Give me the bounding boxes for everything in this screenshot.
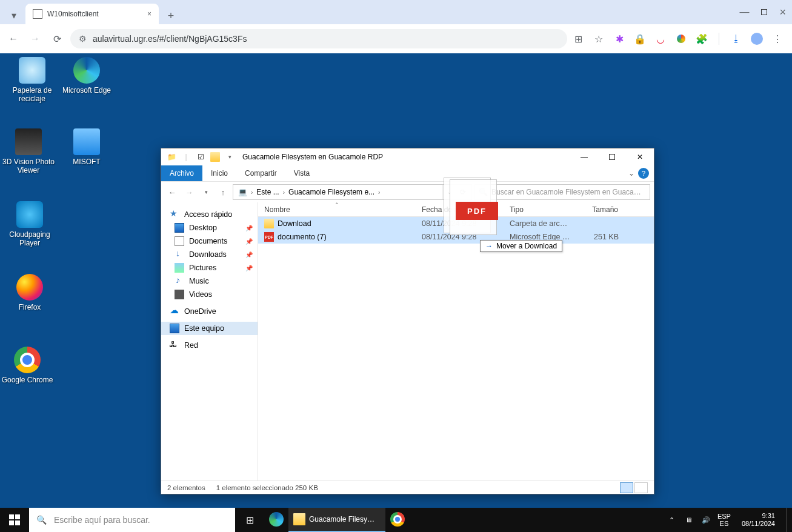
pocket-icon[interactable]: ◡ xyxy=(654,33,667,45)
sidebar-music[interactable]: Music xyxy=(161,274,258,288)
sidebar-downloads[interactable]: Downloads📌 xyxy=(161,248,258,261)
explorer-history-dropdown[interactable]: ▾ xyxy=(199,185,213,199)
drag-tooltip: → Mover a Download xyxy=(480,240,562,252)
column-header-name[interactable]: Nombre⌃ xyxy=(258,202,416,216)
sidebar-documents[interactable]: Documents📌 xyxy=(161,234,258,248)
column-header-type[interactable]: Tipo xyxy=(504,202,576,216)
browser-tab[interactable]: W10misoftclient × xyxy=(25,4,159,24)
explorer-titlebar[interactable]: 📁 | ☑ ▾ Guacamole Filesystem en Guacamol… xyxy=(161,148,654,165)
extensions-puzzle-icon[interactable]: ✱ xyxy=(613,33,625,45)
pdf-file-icon: PDF xyxy=(264,232,274,242)
view-large-icons-button[interactable] xyxy=(634,482,648,493)
column-headers: Nombre⌃ Fecha de modificación Tipo Tamañ… xyxy=(258,202,654,217)
extensions-icon[interactable]: 🧩 xyxy=(696,33,708,45)
desktop-icon-edge[interactable]: Microsoft Edge xyxy=(61,57,113,95)
ribbon-tab-archivo[interactable]: Archivo xyxy=(161,165,202,181)
start-button[interactable] xyxy=(0,508,29,532)
breadcrumb-seg-1[interactable]: Este ... xyxy=(254,188,281,196)
install-app-icon[interactable]: ⊞ xyxy=(572,33,584,45)
task-view-button[interactable]: ⊞ xyxy=(235,508,264,532)
sidebar-desktop[interactable]: Desktop📌 xyxy=(161,221,258,234)
qat-folder-icon[interactable] xyxy=(208,150,222,164)
breadcrumb-refresh-button[interactable]: ⟳ xyxy=(456,185,469,199)
qat-dropdown-icon[interactable]: ▾ xyxy=(223,150,236,164)
column-header-size[interactable]: Tamaño xyxy=(576,202,625,216)
sidebar-onedrive[interactable]: OneDrive xyxy=(161,305,258,318)
profile-avatar-icon[interactable] xyxy=(751,33,763,45)
nav-reload-button[interactable]: ⟳ xyxy=(48,30,65,47)
tray-volume-icon[interactable]: 🔊 xyxy=(700,516,711,524)
column-header-date[interactable]: Fecha de modificación xyxy=(416,202,504,216)
chevron-right-icon[interactable]: › xyxy=(378,189,380,196)
edge-icon xyxy=(73,57,100,84)
explorer-back-button[interactable]: ← xyxy=(165,185,179,199)
tab-strip: ▾ W10misoftclient × + — × xyxy=(0,0,792,24)
explorer-up-button[interactable]: ↑ xyxy=(216,185,230,199)
sidebar-this-pc[interactable]: Este equipo xyxy=(161,322,258,335)
desktop-icon-firefox[interactable]: Firefox xyxy=(4,274,56,311)
explorer-maximize-button[interactable] xyxy=(598,148,626,165)
desktop-icon-recycle-bin[interactable]: Papelera de reciclaje xyxy=(6,57,58,104)
sidebar-pictures[interactable]: Pictures📌 xyxy=(161,261,258,274)
file-row-folder[interactable]: Download 08/11/2024 9:28 Carpeta de arch… xyxy=(258,217,654,230)
breadcrumb[interactable]: 💻 › Este ... › Guacamole Filesystem e...… xyxy=(233,184,472,200)
breadcrumb-seg-2[interactable]: Guacamole Filesystem e... xyxy=(286,188,377,196)
qat-properties-icon[interactable]: ☑ xyxy=(194,150,207,164)
ribbon-tab-compartir[interactable]: Compartir xyxy=(236,165,285,181)
extension-lock-icon[interactable]: 🔒 xyxy=(634,33,646,45)
search-icon: 🔍 xyxy=(479,188,488,196)
file-row-pdf[interactable]: PDFdocumento (7) 08/11/2024 9:28 Microso… xyxy=(258,230,654,244)
omnibox[interactable]: ⚙ aulavirtual.ugr.es/#/client/NgBjAG15c3… xyxy=(70,29,567,48)
svg-rect-1 xyxy=(15,514,20,519)
explorer-search-input[interactable]: 🔍 Buscar en Guacamole Filesystem en Guac… xyxy=(474,184,650,200)
ribbon-tab-vista[interactable]: Vista xyxy=(285,165,318,181)
onedrive-icon xyxy=(170,307,179,316)
extension-circle-icon[interactable] xyxy=(675,33,687,45)
tray-expand-icon[interactable]: ⌃ xyxy=(667,516,677,524)
desktop-icon-3dvision[interactable]: 3D Vision Photo Viewer xyxy=(2,128,55,175)
desktop-icon-misoft[interactable]: MISOFT xyxy=(61,128,113,166)
breadcrumb-root-icon[interactable]: 💻 xyxy=(236,188,250,196)
language-indicator[interactable]: ESP ES xyxy=(717,513,731,527)
nav-forward-button[interactable]: → xyxy=(27,30,44,47)
ribbon-tab-inicio[interactable]: Inicio xyxy=(202,165,236,181)
explorer-close-button[interactable]: ✕ xyxy=(626,148,654,165)
site-settings-icon[interactable]: ⚙ xyxy=(79,34,87,44)
sidebar-videos[interactable]: Videos xyxy=(161,288,258,301)
browser-menu-icon[interactable]: ⋮ xyxy=(771,33,784,45)
window-close-button[interactable]: × xyxy=(779,6,786,19)
bookmark-star-icon[interactable]: ☆ xyxy=(593,33,605,45)
tab-close-icon[interactable]: × xyxy=(147,10,151,18)
explorer-forward-button[interactable]: → xyxy=(182,185,196,199)
taskbar-app-edge[interactable] xyxy=(264,508,288,532)
taskbar-clock[interactable]: 9:31 08/11/2024 xyxy=(737,512,780,528)
drag-tooltip-text: Mover a Download xyxy=(496,242,557,250)
desktop-icon-cloudpaging[interactable]: Cloudpaging Player xyxy=(4,201,56,248)
explorer-sidebar: Acceso rápido Desktop📌 Documents📌 Downlo… xyxy=(161,202,258,480)
ribbon-expand-icon[interactable]: ⌄ xyxy=(628,169,634,178)
new-tab-button[interactable]: + xyxy=(162,7,179,24)
view-details-button[interactable] xyxy=(620,482,633,493)
move-arrow-icon: → xyxy=(485,242,493,250)
downloads-icon[interactable]: ⭳ xyxy=(730,33,742,45)
status-selection: 1 elemento seleccionado 250 KB xyxy=(216,484,318,491)
desktop-icon-chrome[interactable]: Google Chrome xyxy=(1,347,53,384)
help-icon[interactable]: ? xyxy=(638,168,649,179)
tray-display-icon[interactable]: 🖥 xyxy=(684,516,694,524)
taskbar-app-chrome[interactable] xyxy=(385,508,410,532)
chevron-right-icon[interactable]: › xyxy=(283,189,285,196)
nav-back-button[interactable]: ← xyxy=(5,30,22,47)
chevron-right-icon[interactable]: › xyxy=(251,189,253,196)
taskbar-app-explorer[interactable]: Guacamole Filesyst... xyxy=(288,508,385,532)
status-count: 2 elementos xyxy=(167,484,205,491)
sidebar-quick-access[interactable]: Acceso rápido xyxy=(161,208,258,221)
taskbar-search-input[interactable]: 🔍 Escribe aquí para buscar. xyxy=(29,508,235,532)
explorer-minimize-button[interactable]: — xyxy=(570,148,598,165)
window-minimize-button[interactable]: — xyxy=(739,7,749,18)
window-maximize-button[interactable] xyxy=(761,7,767,18)
show-desktop-button[interactable] xyxy=(786,508,790,532)
tab-search-dropdown[interactable]: ▾ xyxy=(5,6,23,24)
sidebar-network[interactable]: Red xyxy=(161,339,258,352)
explorer-app-icon: 📁 xyxy=(165,150,178,164)
breadcrumb-dropdown-button[interactable]: ⌄ xyxy=(442,185,456,199)
